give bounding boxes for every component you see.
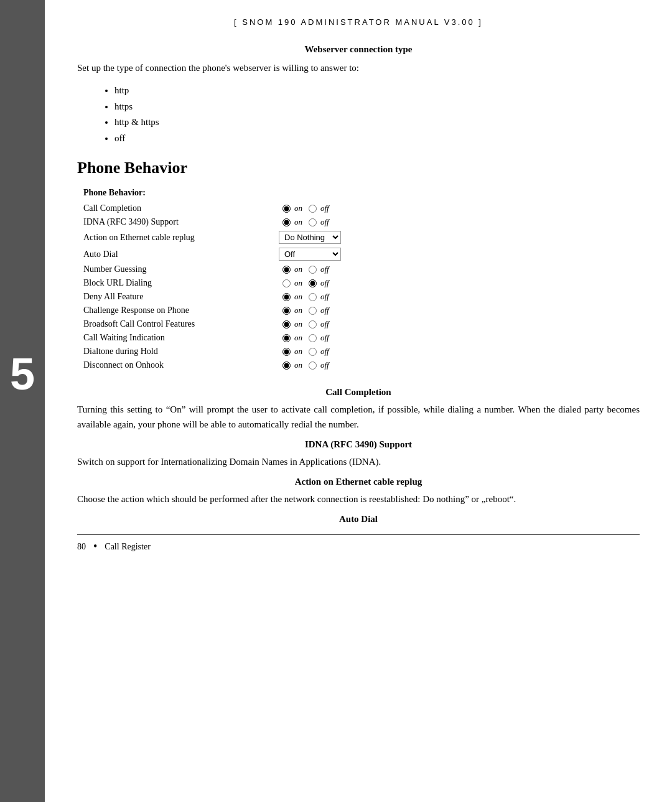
sidebar: 5 [0,0,45,802]
radio-on[interactable] [282,361,291,370]
call-completion-heading: Call Completion [77,387,640,398]
table-row: Block URL Dialing on off [77,276,640,290]
auto-dial-dropdown[interactable]: Off [279,248,341,261]
radio-off[interactable] [309,361,317,370]
row-control[interactable]: on off [276,215,640,229]
row-label: Number Guessing [77,263,276,276]
row-control[interactable]: on off [276,304,640,317]
footer-separator: • [93,540,97,553]
row-label: Broadsoft Call Control Features [77,317,276,331]
row-label: Auto Dial [77,246,276,263]
radio-off-label: off [320,203,329,213]
row-label: Action on Ethernet cable replug [77,229,276,246]
radio-on[interactable] [282,348,291,356]
radio-off[interactable] [309,279,317,287]
table-row: Dialtone during Hold on off [77,345,640,358]
phone-behavior-title: Phone Behavior [77,159,640,177]
row-label: IDNA (RFC 3490) Support [77,215,276,229]
radio-on-label: on [294,333,302,343]
radio-on[interactable] [282,218,291,226]
radio-off-label: off [320,347,329,357]
radio-on-label: on [294,264,302,274]
row-label: Disconnect on Onhook [77,358,276,372]
radio-on-label: on [294,319,302,329]
ethernet-body: Choose the action which should be perfor… [77,492,640,506]
radio-off-label: off [320,333,329,343]
ethernet-heading: Action on Ethernet cable replug [77,477,640,487]
page-footer: 80 • Call Register [77,540,640,553]
radio-on-label: on [294,292,302,302]
radio-off-label: off [320,278,329,288]
radio-off[interactable] [309,218,317,226]
row-control[interactable]: on off [276,345,640,358]
phone-behavior-section: Phone Behavior Phone Behavior: Call Comp… [77,159,640,372]
settings-table: Phone Behavior: Call Completion on off [77,186,640,372]
row-control[interactable]: on off [276,331,640,345]
row-control[interactable]: on off [276,317,640,331]
auto-dial-heading: Auto Dial [77,514,640,525]
radio-off[interactable] [309,205,317,213]
radio-on[interactable] [282,279,291,287]
radio-off[interactable] [309,348,317,356]
radio-on[interactable] [282,293,291,301]
table-row: Auto Dial Off [77,246,640,263]
radio-on-label: on [294,360,302,370]
table-row: Deny All Feature on off [77,290,640,304]
row-control[interactable]: Do Nothing Reboot [276,229,640,246]
radio-on-label: on [294,217,302,227]
idna-body: Switch on support for Internationalizing… [77,455,640,469]
webserver-list: http https http & https off [114,83,640,146]
bottom-divider [77,534,640,535]
webserver-body: Set up the type of connection the phone'… [77,61,640,75]
page-number: 80 [77,542,86,552]
row-label-block-url: Block URL Dialing [77,276,276,290]
call-completion-section: Call Completion Turning this setting to … [77,387,640,432]
table-header-row: Phone Behavior: [77,186,640,202]
table-header-label: Phone Behavior: [77,186,276,202]
row-control[interactable]: on off [276,276,640,290]
table-row: IDNA (RFC 3490) Support on off [77,215,640,229]
radio-off-label: off [320,319,329,329]
table-row: Number Guessing on off [77,263,640,276]
list-item: off [114,131,640,147]
row-control[interactable]: on off [276,202,640,215]
table-row: Challenge Response on Phone on off [77,304,640,317]
list-item: https [114,99,640,115]
webserver-heading: Webserver connection type [77,44,640,55]
radio-off-label: off [320,264,329,274]
auto-dial-section: Auto Dial [77,514,640,525]
row-label: Challenge Response on Phone [77,304,276,317]
radio-off-label: off [320,292,329,302]
ethernet-dropdown[interactable]: Do Nothing Reboot [279,231,341,244]
radio-off[interactable] [309,266,317,274]
radio-on[interactable] [282,205,291,213]
radio-off[interactable] [309,320,317,329]
radio-on-label: on [294,347,302,357]
page-header: [ SNOM 190 Administrator Manual V3.00 ] [77,17,640,27]
radio-on[interactable] [282,334,291,342]
radio-off-label: off [320,360,329,370]
row-control[interactable]: Off [276,246,640,263]
main-content: [ SNOM 190 Administrator Manual V3.00 ] … [45,0,672,802]
radio-off[interactable] [309,334,317,342]
list-item: http & https [114,114,640,131]
table-row: Action on Ethernet cable replug Do Nothi… [77,229,640,246]
list-item: http [114,83,640,99]
radio-on-label: on [294,203,302,213]
row-control[interactable]: on off [276,290,640,304]
radio-on[interactable] [282,307,291,315]
row-control[interactable]: on off [276,358,640,372]
radio-on[interactable] [282,320,291,329]
radio-off-label: off [320,305,329,315]
row-control[interactable]: on off [276,263,640,276]
chapter-number: 5 [10,348,35,399]
idna-heading: IDNA (RFC 3490) Support [77,439,640,450]
row-label: Call Completion [77,202,276,215]
table-row: Call Completion on off [77,202,640,215]
radio-off[interactable] [309,307,317,315]
radio-on[interactable] [282,266,291,274]
table-row: Disconnect on Onhook on off [77,358,640,372]
radio-off[interactable] [309,293,317,301]
radio-on-label: on [294,278,302,288]
row-label: Deny All Feature [77,290,276,304]
